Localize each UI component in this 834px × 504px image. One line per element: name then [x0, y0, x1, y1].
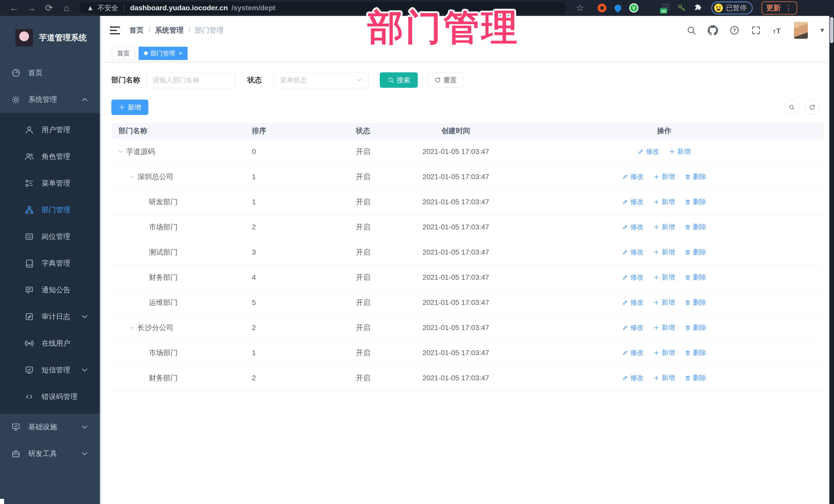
plus-icon	[653, 174, 659, 180]
row-add-link[interactable]: 新增	[653, 222, 675, 232]
refresh-table-button[interactable]	[805, 100, 820, 115]
tag-首页[interactable]: 首页	[112, 47, 135, 60]
browser-home-icon[interactable]: ⌂	[59, 0, 74, 16]
row-delete-link[interactable]: 删除	[685, 348, 706, 357]
tree-expand-icon[interactable]	[129, 174, 135, 180]
table-row: 财务部门4开启2021-01-05 17:03:47修改新增删除	[111, 265, 824, 290]
fontsize-icon[interactable]: TT	[772, 25, 783, 36]
sidebar-item-user-management[interactable]: 用户管理	[0, 116, 101, 143]
plus-icon	[669, 149, 675, 155]
tag-部门管理[interactable]: 部门管理×	[138, 47, 188, 60]
browser-reload-icon[interactable]: ⟳	[42, 0, 57, 16]
dept-name-input[interactable]	[146, 72, 236, 88]
sort-cell: 1	[243, 173, 347, 181]
sidebar-toggle-icon[interactable]	[110, 26, 120, 35]
row-modify-link[interactable]: 修改	[622, 348, 643, 357]
ext-ubuntu-icon[interactable]	[597, 3, 607, 13]
search-button[interactable]: 搜索	[380, 72, 418, 88]
fullscreen-icon[interactable]	[751, 25, 761, 36]
breadcrumb-system[interactable]: 系统管理	[155, 25, 184, 35]
sidebar-item-label: 错误码管理	[42, 392, 78, 401]
tag-close-icon[interactable]: ×	[179, 50, 182, 57]
user-avatar[interactable]	[794, 22, 808, 39]
row-modify-link[interactable]: 修改	[638, 147, 659, 156]
row-add-link[interactable]: 新增	[653, 197, 675, 206]
action-label: 修改	[630, 323, 643, 332]
app-logo-row[interactable]: 芋道管理系统	[0, 16, 101, 60]
row-modify-link[interactable]: 修改	[622, 197, 643, 206]
ext-grid-icon[interactable]	[645, 3, 654, 13]
row-modify-link[interactable]: 修改	[622, 248, 643, 257]
sidebar-item-menu-management[interactable]: 菜单管理	[0, 170, 101, 197]
row-modify-link[interactable]: 修改	[622, 298, 643, 307]
ext-pin-icon[interactable]	[613, 3, 622, 13]
actions-cell: 修改新增	[505, 147, 824, 156]
page-scrollbar[interactable]	[829, 16, 834, 504]
row-add-link[interactable]: 新增	[653, 298, 675, 307]
delete-icon	[685, 300, 691, 306]
profile-paused-pill[interactable]: 已暂停	[711, 2, 753, 14]
row-add-link[interactable]: 新增	[653, 172, 675, 181]
sidebar-item-sms-management[interactable]: 短信管理	[0, 357, 101, 384]
sidebar-item-system-management[interactable]: 系统管理	[0, 86, 101, 113]
row-add-link[interactable]: 新增	[653, 373, 675, 382]
action-label: 修改	[630, 373, 643, 382]
row-delete-link[interactable]: 删除	[685, 197, 706, 206]
browser-menu-kebab-icon[interactable]: ⋮	[785, 4, 792, 13]
sidebar-item-notice-announcement[interactable]: 通知公告	[0, 277, 101, 303]
browser-forward-icon[interactable]: →	[24, 0, 39, 16]
row-add-link[interactable]: 新增	[653, 273, 675, 282]
row-add-link[interactable]: 新增	[653, 248, 675, 257]
row-delete-link[interactable]: 删除	[685, 222, 706, 232]
row-modify-link[interactable]: 修改	[622, 222, 643, 232]
ext-puzzle-icon[interactable]	[693, 3, 702, 13]
sidebar-item-online-users[interactable]: 在线用户	[0, 330, 101, 357]
row-add-link[interactable]: 新增	[669, 147, 690, 156]
column-header-status: 状态	[347, 126, 407, 136]
tree-expand-icon[interactable]	[129, 325, 135, 331]
sidebar-item-dict-management[interactable]: 字典管理	[0, 250, 101, 277]
status-select[interactable]: 菜单状态	[273, 72, 369, 88]
row-delete-link[interactable]: 删除	[685, 298, 706, 307]
reset-button[interactable]: 重置	[427, 72, 464, 88]
ext-key-icon[interactable]	[677, 3, 686, 13]
row-modify-link[interactable]: 修改	[622, 273, 643, 282]
plus-icon	[653, 350, 659, 356]
sidebar-item-dept-management[interactable]: 部门管理	[0, 197, 101, 223]
add-button[interactable]: 新增	[111, 100, 148, 115]
row-modify-link[interactable]: 修改	[622, 172, 643, 181]
sidebar-item-dev-tools[interactable]: 研发工具	[0, 440, 101, 467]
row-modify-link[interactable]: 修改	[622, 323, 643, 332]
row-delete-link[interactable]: 删除	[685, 248, 706, 257]
row-delete-link[interactable]: 删除	[685, 273, 706, 282]
github-icon[interactable]	[708, 25, 718, 36]
row-delete-link[interactable]: 删除	[685, 373, 706, 382]
action-label: 新增	[662, 172, 675, 181]
avatar-caret-down-icon[interactable]: ▼	[819, 27, 825, 34]
tree-expand-icon[interactable]	[117, 149, 124, 155]
sidebar-item-post-management[interactable]: 岗位管理	[0, 223, 101, 250]
sidebar-item-error-code-management[interactable]: 错误码管理	[0, 384, 101, 410]
row-modify-link[interactable]: 修改	[622, 373, 643, 382]
page-content: 部门名称 状态 菜单状态 搜索 重置 新增	[101, 62, 834, 504]
error-code-icon	[25, 392, 34, 401]
row-add-link[interactable]: 新增	[653, 323, 675, 332]
browser-back-icon[interactable]: ←	[7, 0, 22, 16]
sidebar-item-home[interactable]: 首页	[0, 60, 101, 86]
breadcrumb-home[interactable]: 首页	[129, 25, 144, 35]
ext-proxy-on-icon[interactable]: on	[661, 3, 670, 13]
row-add-link[interactable]: 新增	[653, 348, 675, 357]
row-delete-link[interactable]: 删除	[685, 172, 706, 181]
browser-update-button[interactable]: 更新 ⋮	[761, 1, 797, 15]
sidebar-item-infrastructure[interactable]: 基础设施	[0, 414, 101, 440]
scrollbar-thumb[interactable]	[830, 17, 833, 43]
search-icon[interactable]	[686, 25, 697, 36]
bookmark-star-icon[interactable]: ☆	[573, 0, 588, 16]
edit-icon	[622, 375, 628, 381]
row-delete-link[interactable]: 删除	[685, 323, 706, 332]
ext-green-v-icon[interactable]: V	[629, 3, 638, 13]
help-icon[interactable]: ?	[729, 25, 740, 36]
toggle-search-button[interactable]	[784, 100, 799, 115]
sidebar-item-audit-log[interactable]: 审计日志	[0, 303, 101, 330]
sidebar-item-role-management[interactable]: 角色管理	[0, 143, 101, 170]
